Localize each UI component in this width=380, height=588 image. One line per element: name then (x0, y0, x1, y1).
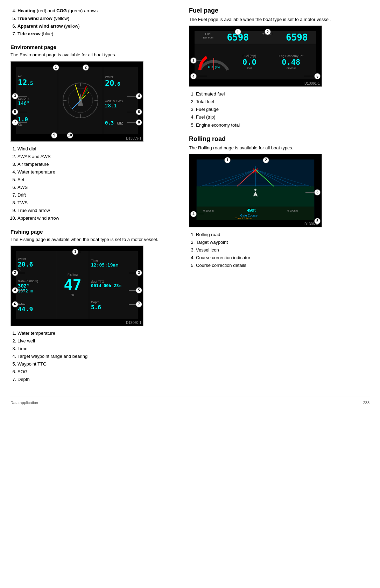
env-label-5: 5 (12, 109, 18, 115)
env-air-block: Air 12.5 (18, 75, 56, 87)
env-diagram-code: D13059-1 (126, 136, 141, 140)
environment-section: Environment page The Environment page is… (10, 44, 178, 222)
fuel-heading: Fuel page (189, 7, 370, 14)
env-line-3 (18, 96, 27, 97)
fuel-trip-label: Fuel (trip) (242, 54, 256, 58)
rolling-line-5 (302, 221, 314, 221)
fish-bearing-value: 302° (18, 283, 54, 289)
fish-bearing-label: Gate (0.000m) (18, 279, 54, 283)
svg-line-7 (80, 88, 87, 100)
fish-item-2: Live well (17, 337, 178, 345)
fuel-item-5: Engine economy total (196, 121, 370, 129)
env-line-8 (127, 122, 136, 123)
fish-sog-block: SOG 44.9 (18, 302, 54, 313)
fish-label-7: 7 (136, 301, 142, 307)
env-drift-value: 1.0 (18, 116, 56, 123)
env-aws-value: 28.1 (105, 103, 136, 108)
fuel-eco-unit: nm/Gal (279, 66, 303, 70)
page-footer: Data application 233 (10, 397, 370, 405)
footer-app-name: Data application (10, 401, 38, 405)
env-water-label: Water (105, 75, 136, 79)
fuel-eco-label: Eng.Economy Tot (279, 54, 303, 58)
fuel-eco-value: 0.48 (279, 58, 303, 66)
fish-line-2 (18, 273, 25, 273)
fish-water-block: Water 20.6 °C (18, 257, 54, 271)
item-bold: Apparent wind arrow (17, 23, 63, 29)
fish-label-3: 3 (136, 270, 142, 276)
rolling-label-4: 4 (190, 211, 197, 217)
fish-right-panel: Time 12:05:19am dept TTG 001d 00h 23m De… (89, 251, 138, 319)
environment-description: The Environment page is available for al… (10, 52, 178, 58)
env-aws-label: AWE & TWS (105, 99, 136, 103)
rolling-items-list: Rolling road Target waypoint Vessel icon… (196, 231, 370, 269)
env-label-3: 3 (12, 93, 18, 99)
fuel-diagram-inner: FuelEst Fuel 6598 Tot Fuel 6598 (189, 26, 322, 86)
fuel-bottom-values: Fuel (trip) 0.0 Gal Eng.Economy Tot 0.48… (231, 54, 315, 70)
fish-water-value: 20.6 (18, 261, 54, 268)
fish-item-7: Depth (17, 376, 178, 383)
env-item-10: Apparent wind arrow (17, 214, 178, 222)
env-drift-block: 1.0 Kts (18, 116, 56, 126)
right-column: Fuel page The Fuel page is available whe… (189, 7, 370, 390)
fuel-trip-unit: Gal (242, 66, 256, 70)
rolling-item-1: Rolling road (196, 231, 370, 239)
fuel-item-1: Estimated fuel (196, 90, 370, 98)
rolling-road-heading: Rolling road (189, 135, 370, 143)
fishing-description: The Fishing page is available when the b… (10, 236, 178, 243)
fish-label-4: 4 (12, 287, 18, 293)
fish-item-1: Water temperature (17, 330, 178, 337)
env-center-panel (58, 67, 103, 134)
env-item-8: TWS (17, 199, 178, 207)
page-layout: Heading (red) and COG (green) arrows Tru… (10, 7, 370, 390)
fish-time-value: 12:05:19am (91, 262, 136, 268)
env-right-panel: Water 20.6 AWE & TWS 28.1 0.3 KHZ (103, 67, 138, 134)
svg-text:0.380nm: 0.380nm (203, 209, 214, 212)
rolling-diagram-inner: 0.380nm 450ft 0.200nm Gate Course Time 1… (189, 154, 322, 227)
fish-depth-value: 5.6 (91, 304, 136, 311)
fish-sog-value: 44.9 (18, 305, 54, 313)
intro-list: Heading (red) and COG (green) arrows Tru… (10, 7, 178, 38)
intro-items-list: Heading (red) and COG (green) arrows Tru… (17, 7, 178, 38)
env-label-6: 6 (136, 109, 142, 115)
fish-ttg-label: dept TTG (91, 280, 136, 283)
fish-range-value: 1072 m (18, 289, 54, 293)
fuel-total-value: 6598 (286, 32, 308, 43)
fish-item-6: SOG (17, 368, 178, 376)
env-label-1: 1 (53, 64, 59, 71)
rolling-label-1: 1 (224, 157, 231, 163)
env-item-7: Drift (17, 191, 178, 199)
fuel-line-3 (197, 61, 202, 61)
fish-bearing-block: Gate (0.000m) 302° 1072 m (18, 279, 54, 293)
fish-water-label: Water (18, 257, 54, 261)
env-item-1: Wind dial (17, 145, 178, 153)
fish-line-3 (129, 273, 136, 273)
fish-label-5: 5 (136, 287, 142, 293)
env-item-4: Water temperature (17, 168, 178, 176)
fish-depth-block: Depth 5.6 (91, 300, 136, 311)
fish-line-5 (129, 290, 136, 291)
fish-line-6 (18, 304, 25, 305)
fish-left-panel: Water 20.6 °C Gate (0.000m) 302° 1072 m … (16, 251, 56, 319)
fish-time-block: Time 12:05:19am (91, 259, 136, 268)
svg-text:Time 17:44pm: Time 17:44pm (235, 217, 252, 220)
env-tws-value: 0.3 KHZ (105, 120, 136, 126)
fuel-eco-block: Eng.Economy Tot 0.48 nm/Gal (279, 54, 303, 70)
list-item: Tide arrow (blue) (17, 30, 178, 38)
env-tws-block: 0.3 KHZ (105, 120, 136, 126)
fuel-description: The Fuel page is available when the boat… (189, 16, 370, 23)
fish-water-unit: °C (18, 268, 54, 271)
item-bold: Tide arrow (17, 31, 41, 36)
env-water-value: 20.6 (105, 79, 136, 87)
fish-sog-label: SOG (18, 302, 54, 305)
rolling-item-3: Vessel icon (196, 246, 370, 254)
fish-label-2: 2 (12, 270, 18, 276)
wind-dial-svg (61, 81, 100, 120)
environment-heading: Environment page (10, 44, 178, 50)
env-line-5 (18, 112, 27, 112)
fuel-line-5 (304, 76, 314, 76)
env-label-4: 4 (136, 93, 142, 99)
env-air-value: 12.5 (18, 78, 56, 87)
left-column: Heading (red) and COG (green) arrows Tru… (10, 7, 178, 390)
fish-line-4 (18, 290, 25, 291)
fishing-section: Fishing page The Fishing page is availab… (10, 229, 178, 384)
